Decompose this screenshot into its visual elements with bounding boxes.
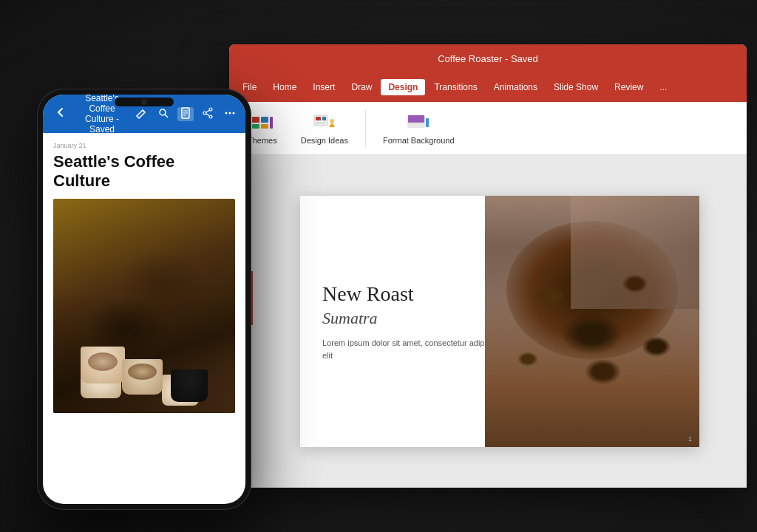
svg-rect-2 (252, 124, 259, 129)
ribbon-divider (365, 110, 366, 147)
slide-canvas[interactable]: New Roast Sumatra Lorem ipsum dolor sit … (300, 196, 699, 447)
menu-design[interactable]: Design (381, 79, 425, 95)
menu-bar: File Home Insert Draw Design Transitions… (229, 72, 747, 102)
coffee-cup-2 (122, 359, 163, 395)
coffee-cup-3 (171, 369, 208, 402)
svg-line-16 (143, 110, 145, 112)
phone-toolbar (133, 107, 238, 121)
phone-pencil-icon[interactable] (133, 107, 149, 121)
menu-review[interactable]: Review (607, 79, 651, 95)
svg-point-23 (209, 108, 212, 111)
phone-search-icon[interactable] (155, 107, 172, 121)
phone-doc-title: Seattle's Coffee Culture (53, 152, 235, 191)
slide-main: New Roast Sumatra Lorem ipsum dolor sit … (253, 155, 747, 488)
menu-insert[interactable]: Insert (305, 79, 342, 95)
ribbon: Themes Design Ideas (229, 102, 747, 155)
themes-label: Themes (248, 136, 277, 145)
phone-document-icon[interactable] (177, 107, 194, 121)
app-title: Coffee Roaster - Saved (438, 53, 538, 64)
phone-outer: Seattle's Coffee Culture - Saved (37, 89, 251, 510)
phone-share-icon[interactable] (200, 107, 216, 121)
svg-rect-0 (252, 117, 259, 123)
svg-point-28 (225, 112, 228, 114)
svg-rect-12 (408, 115, 424, 123)
svg-rect-13 (408, 123, 424, 127)
coffee-beans-overlay (485, 196, 699, 447)
design-ideas-label: Design Ideas (301, 136, 348, 145)
svg-rect-1 (261, 117, 268, 123)
menu-transitions[interactable]: Transitions (427, 79, 484, 95)
format-bg-label: Format Background (383, 136, 455, 145)
phone-back-button[interactable] (50, 106, 71, 123)
svg-rect-8 (316, 122, 326, 124)
format-background-button[interactable]: Format Background (373, 107, 464, 150)
svg-line-27 (206, 114, 209, 116)
svg-point-25 (203, 112, 206, 115)
svg-point-24 (209, 115, 212, 118)
menu-slideshow[interactable]: Slide Show (546, 79, 605, 95)
format-bg-icon (407, 112, 430, 133)
phone-date: January 21 (53, 142, 235, 149)
phone: Seattle's Coffee Culture - Saved (37, 89, 251, 510)
svg-rect-7 (322, 117, 326, 120)
svg-point-17 (160, 109, 166, 115)
title-bar: Coffee Roaster - Saved (229, 44, 747, 72)
phone-document: January 21 Seattle's Coffee Culture (43, 133, 245, 422)
phone-doc-image (53, 199, 235, 413)
phone-more-icon[interactable] (222, 107, 238, 121)
svg-rect-4 (270, 117, 273, 129)
design-ideas-icon (313, 112, 336, 133)
svg-rect-14 (426, 118, 429, 127)
svg-rect-6 (316, 117, 321, 120)
coffee-cup-1 (81, 347, 125, 383)
menu-home[interactable]: Home (265, 79, 304, 95)
themes-icon (251, 112, 274, 133)
svg-rect-3 (261, 124, 268, 129)
slide-area: 1 2 3 4 5 6 New Roast Sumatra Lorem ipsu… (229, 155, 747, 488)
desktop-app: Coffee Roaster - Saved File Home Insert … (229, 44, 747, 488)
svg-point-29 (229, 112, 231, 114)
menu-more[interactable]: ... (652, 79, 674, 95)
svg-point-10 (330, 119, 334, 123)
phone-screen: Seattle's Coffee Culture - Saved (43, 95, 245, 504)
slide-page-number: 1 (688, 435, 692, 443)
menu-draw[interactable]: Draw (344, 79, 379, 95)
slide-image (485, 196, 699, 447)
svg-line-18 (165, 115, 168, 117)
menu-animations[interactable]: Animations (486, 79, 545, 95)
phone-camera (115, 98, 174, 106)
svg-line-26 (206, 110, 209, 112)
design-ideas-button[interactable]: Design Ideas (291, 107, 358, 150)
svg-point-30 (233, 112, 235, 114)
